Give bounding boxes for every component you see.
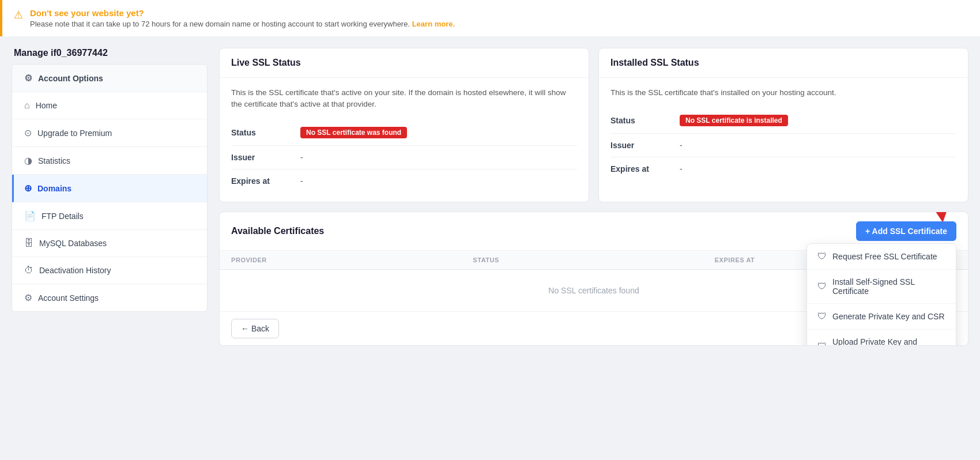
installed-ssl-issuer-label: Issuer xyxy=(610,134,680,157)
available-certs-header: Available Certificates + Add SSL Certifi… xyxy=(220,212,968,251)
installed-ssl-body: This is the SSL certificate that's insta… xyxy=(599,78,968,190)
col-status: STATUS xyxy=(473,257,714,263)
statistics-icon: ◑ xyxy=(24,155,32,166)
sidebar: Manage if0_36977442 ⚙ Account Options ⌂ … xyxy=(12,48,208,439)
add-ssl-dropdown-menu: 🛡 Request Free SSL Certificate 🛡 Install… xyxy=(806,243,956,346)
statistics-label: Statistics xyxy=(38,156,70,165)
upgrade-icon: ⊙ xyxy=(24,127,32,138)
installed-ssl-issuer-row: Issuer - xyxy=(610,134,956,157)
sidebar-item-account-settings[interactable]: ⚙ Account Settings xyxy=(12,284,207,311)
live-ssl-issuer-label: Issuer xyxy=(231,145,300,169)
home-label: Home xyxy=(36,101,57,110)
domains-label: Domains xyxy=(37,184,71,193)
shield-check-icon: 🛡 xyxy=(817,281,827,292)
ftp-label: FTP Details xyxy=(42,212,84,221)
installed-ssl-title: Installed SSL Status xyxy=(610,58,956,68)
sidebar-item-mysql[interactable]: 🗄 MySQL Databases xyxy=(12,230,207,257)
sidebar-title: Manage if0_36977442 xyxy=(12,48,208,58)
installed-ssl-issuer-value: - xyxy=(680,134,956,157)
dropdown-item-generate-key[interactable]: 🛡 Generate Private Key and CSR xyxy=(807,304,956,330)
warning-icon: ⚠ xyxy=(14,9,23,21)
sidebar-item-domains[interactable]: ⊕ Domains xyxy=(12,175,207,202)
installed-ssl-status-label: Status xyxy=(610,108,680,134)
sidebar-item-upgrade[interactable]: ⊙ Upgrade to Premium xyxy=(12,119,207,147)
ssl-status-row: Live SSL Status This is the SSL certific… xyxy=(219,48,968,202)
back-button[interactable]: ← Back xyxy=(231,319,279,338)
live-ssl-issuer-row: Issuer - xyxy=(231,145,577,169)
red-arrow-indicator xyxy=(916,212,951,221)
available-certs-card: Available Certificates + Add SSL Certifi… xyxy=(219,212,968,346)
dropdown-item-upload-key[interactable]: 🛡 Upload Private Key and Certificate xyxy=(807,330,956,346)
live-ssl-desc: This is the SSL certificate that's activ… xyxy=(231,87,577,111)
live-ssl-table: Status No SSL certificate was found Issu… xyxy=(231,120,577,193)
dropdown-upload-key-label: Upload Private Key and Certificate xyxy=(832,337,945,346)
installed-ssl-desc: This is the SSL certificate that's insta… xyxy=(610,87,956,99)
sidebar-item-account-options: ⚙ Account Options xyxy=(12,65,207,92)
account-settings-label: Account Settings xyxy=(38,293,99,303)
sidebar-item-deactivation[interactable]: ⏱ Deactivation History xyxy=(12,257,207,284)
live-ssl-card: Live SSL Status This is the SSL certific… xyxy=(219,48,589,202)
live-ssl-header: Live SSL Status xyxy=(220,48,589,78)
installed-ssl-status-value: No SSL certificate is installed xyxy=(680,108,956,134)
sidebar-item-home[interactable]: ⌂ Home xyxy=(12,92,207,119)
ftp-icon: 📄 xyxy=(24,210,36,221)
live-ssl-body: This is the SSL certificate that's activ… xyxy=(220,78,589,202)
live-ssl-expires-value: - xyxy=(300,169,577,193)
installed-ssl-header: Installed SSL Status xyxy=(599,48,968,78)
live-ssl-expires-row: Expires at - xyxy=(231,169,577,193)
live-ssl-title: Live SSL Status xyxy=(231,58,577,68)
installed-ssl-card: Installed SSL Status This is the SSL cer… xyxy=(598,48,968,202)
home-icon: ⌂ xyxy=(24,100,30,111)
deactivation-label: Deactivation History xyxy=(39,266,111,275)
installed-ssl-status-badge: No SSL certificate is installed xyxy=(680,115,788,126)
add-ssl-button[interactable]: + Add SSL Certificate xyxy=(856,221,956,241)
dropdown-self-signed-label: Install Self-Signed SSL Certificate xyxy=(832,277,945,296)
live-ssl-status-label: Status xyxy=(231,120,300,146)
account-settings-icon: ⚙ xyxy=(24,292,32,303)
live-ssl-status-badge: No SSL certificate was found xyxy=(300,127,407,138)
dropdown-item-self-signed[interactable]: 🛡 Install Self-Signed SSL Certificate xyxy=(807,270,956,304)
deactivation-icon: ⏱ xyxy=(24,265,33,276)
installed-ssl-status-row: Status No SSL certificate is installed xyxy=(610,108,956,134)
installed-ssl-expires-row: Expires at - xyxy=(610,157,956,181)
live-ssl-status-value: No SSL certificate was found xyxy=(300,120,577,146)
live-ssl-expires-label: Expires at xyxy=(231,169,300,193)
col-provider: PROVIDER xyxy=(231,257,473,263)
installed-ssl-expires-label: Expires at xyxy=(610,157,680,181)
live-ssl-status-row: Status No SSL certificate was found xyxy=(231,120,577,146)
shield-refresh-icon: 🛡 xyxy=(817,251,827,262)
account-options-icon: ⚙ xyxy=(24,73,32,84)
account-options-label: Account Options xyxy=(38,74,103,83)
installed-ssl-table: Status No SSL certificate is installed I… xyxy=(610,108,956,180)
upload-icon: 🛡 xyxy=(817,341,827,346)
banner-title: Don't see your website yet? xyxy=(30,8,455,18)
sidebar-menu: ⚙ Account Options ⌂ Home ⊙ Upgrade to Pr… xyxy=(12,64,208,312)
dropdown-generate-key-label: Generate Private Key and CSR xyxy=(832,312,945,321)
learn-more-link[interactable]: Learn more. xyxy=(412,20,455,28)
upgrade-label: Upgrade to Premium xyxy=(37,129,112,138)
add-ssl-dropdown-wrapper: + Add SSL Certificate 🛡 Request Free SSL… xyxy=(856,221,956,241)
live-ssl-issuer-value: - xyxy=(300,145,577,169)
available-certs-title: Available Certificates xyxy=(231,226,324,236)
dropdown-request-free-label: Request Free SSL Certificate xyxy=(832,252,937,261)
dropdown-item-request-free[interactable]: 🛡 Request Free SSL Certificate xyxy=(807,244,956,270)
domains-icon: ⊕ xyxy=(24,183,32,194)
installed-ssl-expires-value: - xyxy=(680,157,956,181)
key-icon: 🛡 xyxy=(817,311,827,322)
sidebar-item-statistics[interactable]: ◑ Statistics xyxy=(12,147,207,175)
sidebar-item-ftp[interactable]: 📄 FTP Details xyxy=(12,202,207,230)
top-banner: ⚠ Don't see your website yet? Please not… xyxy=(0,0,980,36)
mysql-label: MySQL Databases xyxy=(39,239,107,248)
mysql-icon: 🗄 xyxy=(24,238,33,248)
banner-description: Please note that it can take up to 72 ho… xyxy=(30,20,455,28)
main-content: Live SSL Status This is the SSL certific… xyxy=(219,48,968,439)
